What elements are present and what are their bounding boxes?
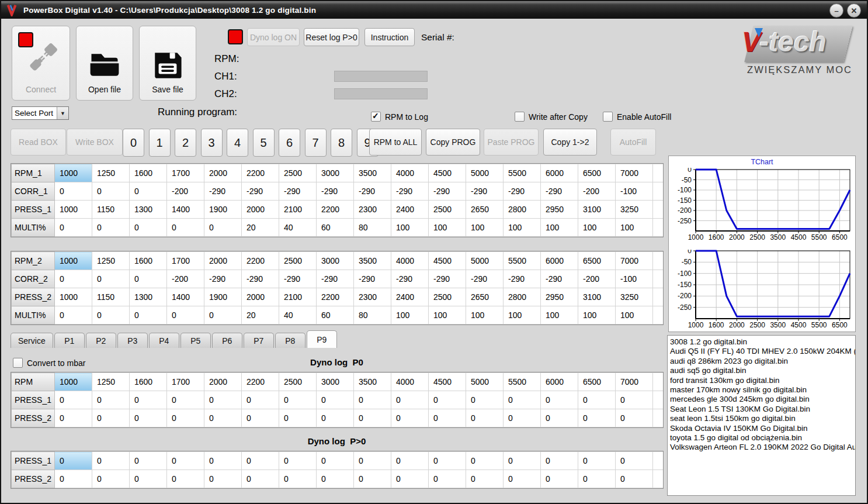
grid-cell[interactable]: 0 (130, 182, 167, 201)
grid-cell[interactable]: -290 (242, 270, 279, 288)
copy-1-to-2-button[interactable]: Copy 1->2 (543, 129, 597, 156)
grid-cell[interactable]: 0 (92, 270, 130, 288)
grid-cell[interactable]: 0 (204, 452, 242, 470)
grid-cell[interactable]: 0 (204, 470, 242, 488)
connect-button[interactable]: Connect (12, 26, 70, 101)
grid-cell[interactable]: 2200 (317, 201, 354, 219)
grid-cell[interactable]: 2100 (279, 288, 317, 306)
grid-cell[interactable]: -200 (578, 270, 616, 288)
grid-cell[interactable]: -290 (317, 182, 354, 201)
grid-cell[interactable]: 0 (167, 219, 204, 237)
grid-cell[interactable]: 1900 (204, 288, 242, 306)
grid-cell[interactable]: 1900 (204, 201, 242, 219)
grid-cell[interactable]: -290 (391, 270, 429, 288)
digit-button-4[interactable]: 4 (227, 129, 248, 157)
grid-cell[interactable]: 3500 (354, 373, 391, 391)
grid-cell[interactable]: 0 (92, 409, 130, 427)
grid-cell[interactable]: 0 (130, 452, 167, 470)
grid-cell[interactable]: 1700 (167, 252, 204, 270)
grid-cell[interactable]: 1700 (167, 373, 204, 391)
file-list-item[interactable]: Seat Leon 1.5 TSI 130KM Go Digital.bin (670, 405, 855, 414)
write-after-copy-checkbox[interactable]: Write after Copy (515, 112, 588, 122)
grid-cell[interactable]: 1150 (92, 288, 130, 306)
grid-cell[interactable]: -200 (167, 182, 204, 201)
grid-cell[interactable]: 0 (578, 470, 616, 488)
grid-cell[interactable]: 0 (429, 391, 466, 409)
grid-cell[interactable]: 0 (616, 391, 653, 409)
grid-cell[interactable]: -290 (317, 270, 354, 288)
grid-cell[interactable]: 100 (429, 306, 466, 325)
grid-cell[interactable]: -290 (204, 182, 242, 201)
grid-cell[interactable]: 1000 (55, 252, 92, 270)
grid-cell[interactable]: -290 (504, 270, 541, 288)
file-list-item[interactable]: Skoda Octavia IV 150KM Go Digital.bin (670, 424, 855, 433)
copy-prog-button[interactable]: Copy PROG (426, 129, 480, 156)
digit-button-5[interactable]: 5 (253, 129, 275, 157)
grid-cell[interactable]: 0 (541, 452, 578, 470)
grid-cell[interactable]: 3000 (317, 373, 354, 391)
grid-cell[interactable]: 1700 (167, 164, 204, 182)
grid-cell[interactable]: -290 (204, 270, 242, 288)
grid-cell[interactable]: 2650 (466, 288, 504, 306)
grid-cell[interactable]: 3250 (616, 288, 653, 306)
grid-cell[interactable]: 2000 (242, 288, 279, 306)
grid-cell[interactable]: 80 (354, 306, 391, 325)
enable-autofill-checkbox[interactable]: Enable AutoFill (603, 112, 671, 122)
grid-cell[interactable]: 0 (242, 452, 279, 470)
grid-cell[interactable]: 100 (429, 219, 466, 237)
grid-cell[interactable]: 0 (504, 452, 541, 470)
grid-cell[interactable]: 5500 (504, 373, 541, 391)
grid-cell[interactable]: 0 (391, 409, 429, 427)
digit-button-1[interactable]: 1 (149, 129, 171, 157)
grid-cell[interactable]: 2500 (429, 288, 466, 306)
grid-cell[interactable]: 0 (55, 182, 92, 201)
grid-cell[interactable]: 0 (354, 391, 391, 409)
grid-cell[interactable]: 6000 (541, 164, 578, 182)
file-list-item[interactable]: Volkswagen Arteon FL 2.0 190KM 2022 Go D… (670, 443, 855, 452)
grid-cell[interactable]: 0 (92, 391, 130, 409)
grid-cell[interactable]: 0 (55, 270, 92, 288)
grid-cell[interactable]: 20 (242, 219, 279, 237)
grid-cell[interactable]: 1250 (92, 373, 130, 391)
grid-cell[interactable]: 1000 (55, 164, 92, 182)
grid-cell[interactable]: 2500 (279, 373, 317, 391)
grid-cell[interactable]: 0 (92, 452, 130, 470)
grid-cell[interactable]: 4000 (391, 164, 429, 182)
grid-cell[interactable]: 3500 (354, 164, 391, 182)
grid-cell[interactable]: 0 (317, 452, 354, 470)
tab-service[interactable]: Service (11, 333, 53, 348)
file-list-item[interactable]: ford transit 130km go digital.bin (670, 376, 855, 385)
grid-cell[interactable]: 7000 (616, 252, 653, 270)
grid-cell[interactable]: 1600 (130, 373, 167, 391)
grid-cell[interactable]: 60 (317, 306, 354, 325)
grid-cell[interactable]: 0 (317, 391, 354, 409)
grid-cell[interactable]: -290 (466, 270, 504, 288)
grid-cell[interactable]: 0 (55, 391, 92, 409)
grid-cell[interactable]: 0 (55, 219, 92, 237)
grid-cell[interactable]: 0 (541, 391, 578, 409)
grid-cell[interactable]: 5000 (466, 373, 504, 391)
grid-cell[interactable]: 0 (92, 470, 130, 488)
file-list-item[interactable]: 3008 1.2 go digital.bin (670, 337, 855, 347)
grid-cell[interactable]: 2400 (391, 201, 429, 219)
grid-cell[interactable]: 5500 (504, 252, 541, 270)
grid-cell[interactable]: 100 (504, 306, 541, 325)
grid-cell[interactable]: -290 (242, 182, 279, 201)
grid-cell[interactable]: 0 (541, 409, 578, 427)
tab-p7[interactable]: P7 (244, 333, 274, 348)
chevron-down-icon[interactable]: ▼ (57, 107, 68, 119)
grid-cell[interactable]: 0 (279, 391, 317, 409)
grid-cell[interactable]: 40 (279, 219, 317, 237)
grid-cell[interactable]: -200 (578, 182, 616, 201)
grid-cell[interactable]: 6500 (578, 164, 616, 182)
grid-cell[interactable]: 0 (279, 470, 317, 488)
grid-cell[interactable]: 0 (317, 470, 354, 488)
grid-cell[interactable]: 0 (317, 409, 354, 427)
grid-cell[interactable]: 0 (204, 409, 242, 427)
grid-cell[interactable]: 0 (55, 306, 92, 325)
grid-cell[interactable]: 2200 (242, 252, 279, 270)
grid-cell[interactable]: 100 (541, 219, 578, 237)
grid-cell[interactable]: 6000 (541, 252, 578, 270)
minimize-button[interactable]: – (829, 4, 843, 18)
grid-cell[interactable]: 0 (429, 470, 466, 488)
